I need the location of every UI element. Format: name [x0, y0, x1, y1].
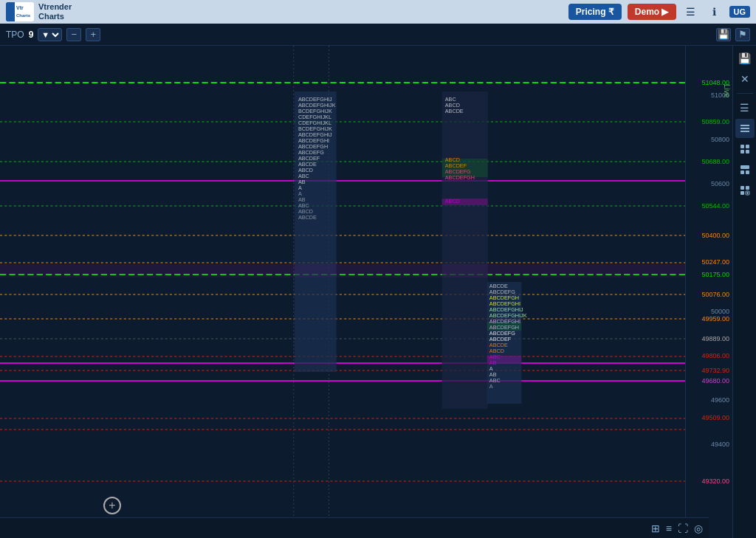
- svg-rect-84: [740, 131, 749, 132]
- svg-text:CDEFGHIJKL: CDEFGHIJKL: [298, 114, 331, 120]
- svg-text:A: A: [489, 366, 493, 372]
- close-sidebar-icon[interactable]: ✕: [735, 69, 755, 89]
- plus-sidebar-icon[interactable]: [735, 181, 755, 200]
- svg-rect-91: [746, 170, 749, 174]
- price-label: 49680.00: [701, 377, 729, 384]
- demo-button[interactable]: Demo ▶: [628, 4, 676, 20]
- price-label: 49732.90: [701, 367, 729, 374]
- price-label: 49889.00: [701, 335, 729, 342]
- svg-text:ABCDEFGH: ABCDEFGH: [298, 144, 328, 150]
- svg-text:ABCDEFGHI: ABCDEFGHI: [298, 138, 329, 144]
- price-label: 50544.00: [701, 202, 729, 210]
- svg-text:ABCD: ABCD: [489, 348, 504, 354]
- plus-button[interactable]: +: [86, 28, 100, 41]
- price-label: 49600: [711, 396, 729, 404]
- svg-text:ABCDEF: ABCDEF: [489, 337, 512, 342]
- svg-rect-78: [442, 159, 488, 177]
- price-label: 49400: [711, 441, 729, 448]
- crosshair-icon: [103, 497, 121, 514]
- list-bottom-icon[interactable]: ≡: [666, 523, 672, 534]
- tpo-dropdown[interactable]: ▼: [38, 28, 62, 41]
- svg-rect-87: [740, 150, 744, 154]
- price-label: 49509.00: [701, 414, 729, 421]
- svg-text:ABCD: ABCD: [445, 103, 460, 108]
- svg-text:BCDEFGHIJK: BCDEFGHIJK: [298, 126, 332, 132]
- svg-text:Charts: Charts: [16, 13, 31, 18]
- nav-right: Pricing ₹ Demo ▶ ☰ ℹ UG: [568, 4, 750, 20]
- right-sidebar: 💾 ✕ ☰: [732, 46, 756, 538]
- price-label: 50800: [711, 136, 729, 143]
- svg-rect-81: [487, 356, 522, 362]
- svg-text:ABCDEF: ABCDEF: [298, 156, 320, 162]
- settings-bottom-icon[interactable]: ◎: [694, 523, 703, 534]
- toolbar-right: 💾 ⚑: [716, 28, 750, 41]
- grid-bottom-icon[interactable]: ⊞: [651, 523, 660, 534]
- svg-text:A: A: [489, 384, 493, 390]
- toolbar: TPO 9 ▼ − + 💾 ⚑: [0, 24, 756, 46]
- svg-text:ABCDEFGH: ABCDEFGH: [489, 295, 519, 301]
- svg-rect-94: [740, 191, 744, 195]
- svg-text:ABCD: ABCD: [298, 168, 313, 173]
- svg-rect-79: [487, 322, 522, 331]
- svg-text:ABC: ABC: [298, 203, 309, 209]
- save-sidebar-icon[interactable]: 💾: [735, 49, 755, 68]
- svg-text:ABCDEFGHIJ: ABCDEFGHIJ: [298, 97, 332, 103]
- layout-sidebar-icon[interactable]: [735, 160, 755, 179]
- svg-rect-83: [740, 128, 749, 129]
- svg-rect-90: [740, 170, 744, 174]
- svg-text:ABCDEFG: ABCDEFG: [489, 289, 515, 295]
- svg-text:Vtr: Vtr: [16, 5, 24, 10]
- svg-rect-28: [442, 92, 488, 409]
- svg-text:ABC: ABC: [445, 97, 456, 103]
- price-label: 49959.00: [701, 315, 729, 323]
- info-button[interactable]: ℹ: [706, 4, 724, 20]
- svg-text:ABCDE: ABCDE: [489, 342, 508, 348]
- live-label: Live: [723, 84, 731, 97]
- svg-rect-80: [442, 199, 488, 205]
- svg-text:ABCDEFGHIJ: ABCDEFGHIJ: [298, 132, 332, 138]
- svg-text:AB: AB: [489, 372, 497, 378]
- bottom-toolbar: ⊞ ≡ ⛶ ◎: [0, 517, 709, 538]
- svg-text:ABCDEFG: ABCDEFG: [489, 331, 515, 337]
- chart-svg: ABCDEFGHIJ ABCDEFGHIJK BCDEFGHIJK CDEFGH…: [0, 46, 685, 538]
- price-label: 49320.00: [701, 477, 729, 485]
- price-label: 50600: [711, 180, 729, 187]
- user-badge[interactable]: UG: [729, 6, 751, 18]
- svg-rect-89: [740, 165, 749, 169]
- svg-text:ABCDEFGHIJK: ABCDEFGHIJK: [489, 313, 527, 319]
- svg-text:AB: AB: [298, 179, 306, 185]
- price-label: 50400.00: [701, 232, 729, 239]
- pricing-button[interactable]: Pricing ₹: [568, 4, 622, 20]
- logo-icon: Vtr Charts: [6, 2, 34, 21]
- svg-rect-93: [746, 186, 749, 190]
- svg-text:ABCDEFGHIJ: ABCDEFGHIJ: [489, 307, 523, 313]
- svg-text:ABCD: ABCD: [298, 209, 313, 215]
- price-label: 50076.00: [701, 291, 729, 298]
- minus-button[interactable]: −: [66, 28, 81, 41]
- svg-rect-92: [740, 186, 744, 190]
- chart-area[interactable]: 17-11 © 2024 Vtrender Charts 51048.00510…: [0, 46, 732, 538]
- svg-marker-4: [7, 8, 12, 17]
- price-label: 50688.00: [701, 158, 729, 165]
- svg-text:ABC: ABC: [298, 173, 309, 179]
- svg-text:A: A: [298, 185, 302, 191]
- save-button[interactable]: 💾: [716, 28, 731, 41]
- logo-text: VtrenderCharts: [38, 2, 72, 21]
- price-label: 50859.00: [701, 118, 729, 125]
- grid4-sidebar-icon[interactable]: [735, 139, 755, 159]
- svg-rect-88: [746, 150, 749, 154]
- svg-rect-82: [740, 125, 749, 126]
- flag-button[interactable]: ⚑: [735, 28, 750, 41]
- list-sidebar-icon[interactable]: [735, 119, 755, 138]
- price-label: 50000: [711, 308, 729, 315]
- svg-text:BCDEFGHIJK: BCDEFGHIJK: [298, 108, 332, 114]
- menu-button[interactable]: ☰: [682, 4, 700, 20]
- main-layout: 17-11 © 2024 Vtrender Charts 51048.00510…: [0, 46, 756, 538]
- svg-text:ABCDE: ABCDE: [298, 162, 317, 168]
- menu-sidebar-icon[interactable]: ☰: [735, 98, 755, 117]
- price-label: 49806.00: [701, 352, 729, 359]
- svg-text:ABCDE: ABCDE: [445, 108, 464, 114]
- fullscreen-icon[interactable]: ⛶: [678, 523, 688, 534]
- svg-rect-30: [0, 264, 685, 277]
- price-label: 50247.00: [701, 258, 729, 266]
